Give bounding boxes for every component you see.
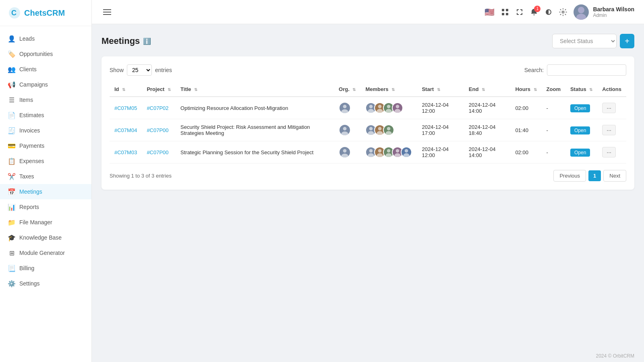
sidebar-item-payments[interactable]: 💳 Payments <box>0 138 91 153</box>
sidebar-item-settings[interactable]: ⚙️ Settings <box>0 276 91 291</box>
sidebar-item-label: Clients <box>19 66 37 72</box>
col-status[interactable]: Status ⇅ <box>565 82 597 97</box>
svg-point-9 <box>343 105 347 108</box>
status-select[interactable]: Select Status Open Closed Pending <box>552 34 617 48</box>
svg-point-36 <box>395 153 401 158</box>
actions-button[interactable]: ··· <box>602 147 616 157</box>
svg-point-27 <box>343 149 347 153</box>
cell-hours: 02:00 <box>510 97 541 119</box>
info-icon[interactable]: ℹ️ <box>143 37 151 45</box>
table-card: Show 10 25 50 100 entries Search: <box>101 56 634 190</box>
col-members[interactable]: Members ⇅ <box>360 82 417 97</box>
meeting-id-link[interactable]: #C07M03 <box>114 149 137 155</box>
svg-point-13 <box>378 105 382 108</box>
notifications-icon[interactable]: 1 <box>530 8 538 16</box>
org-avatar <box>339 102 351 114</box>
fullscreen-icon[interactable] <box>516 8 524 16</box>
reports-icon: 📊 <box>8 203 15 211</box>
project-link[interactable]: #C07P02 <box>147 105 168 111</box>
cell-actions: ··· <box>597 97 626 119</box>
svg-point-19 <box>343 127 347 130</box>
user-section[interactable]: Barbara Wilson Admin <box>574 4 634 20</box>
col-start[interactable]: Start ⇅ <box>417 82 464 97</box>
sidebar-item-reports[interactable]: 📊 Reports <box>0 199 91 215</box>
member-avatar <box>401 147 412 158</box>
sidebar-item-billing[interactable]: 📃 Billing <box>0 261 91 276</box>
sidebar-item-file-manager[interactable]: 📁 File Manager <box>0 215 91 230</box>
cell-org <box>334 97 360 119</box>
logo-icon: C <box>8 6 21 19</box>
entries-per-page-select[interactable]: 10 25 50 100 <box>127 64 152 76</box>
actions-button[interactable]: ··· <box>602 125 616 135</box>
cell-end: 2024-12-04 14:00 <box>464 141 511 163</box>
cell-hours: 01:40 <box>510 119 541 141</box>
sidebar-item-taxes[interactable]: ✂️ Taxes <box>0 169 91 184</box>
sidebar-item-expenses[interactable]: 📋 Expenses <box>0 153 91 169</box>
sidebar-item-module-generator[interactable]: ⊞ Module Generator <box>0 245 91 261</box>
show-label: Show <box>110 67 124 73</box>
cell-title: Optimizing Resource Allocation Post-Migr… <box>176 97 334 119</box>
meeting-id-link[interactable]: #C07M05 <box>114 105 137 111</box>
col-id[interactable]: Id ⇅ <box>110 82 142 97</box>
cell-status: Open <box>565 97 597 119</box>
svg-point-31 <box>378 149 382 153</box>
project-link[interactable]: #C07P00 <box>147 127 168 133</box>
status-badge: Open <box>570 149 590 157</box>
meeting-id-link[interactable]: #C07M04 <box>114 127 137 133</box>
sidebar-item-meetings[interactable]: 📅 Meetings <box>0 184 91 199</box>
sidebar-item-label: Settings <box>19 280 40 287</box>
sidebar-item-clients[interactable]: 👥 Clients <box>0 62 91 77</box>
cell-start: 2024-12-04 12:00 <box>417 97 464 119</box>
header-left <box>101 8 113 17</box>
col-org[interactable]: Org. ⇅ <box>334 82 360 97</box>
sidebar-item-items[interactable]: ☰ Items <box>0 92 91 108</box>
sidebar-item-knowledge-base[interactable]: 🎓 Knowledge Base <box>0 230 91 245</box>
showing-text: Showing 1 to 3 of 3 entries <box>110 173 172 179</box>
members-avatars <box>365 102 412 114</box>
meetings-table: Id ⇅ Project ⇅ Title ⇅ Org. ⇅ Members ⇅ … <box>110 82 626 163</box>
search-input[interactable] <box>547 64 626 76</box>
darkmode-icon[interactable] <box>545 8 553 16</box>
col-project[interactable]: Project ⇅ <box>142 82 176 97</box>
status-badge: Open <box>570 104 590 112</box>
search-label: Search: <box>524 67 544 73</box>
sidebar-item-estimates[interactable]: 📄 Estimates <box>0 108 91 123</box>
sidebar-item-label: Expenses <box>19 158 44 164</box>
col-hours[interactable]: Hours ⇅ <box>510 82 541 97</box>
sidebar-item-label: Items <box>19 97 33 103</box>
cell-org <box>334 141 360 163</box>
taxes-icon: ✂️ <box>8 173 15 180</box>
sidebar-item-campaigns[interactable]: 📢 Campaigns <box>0 77 91 92</box>
avatar <box>574 4 589 20</box>
col-end[interactable]: End ⇅ <box>464 82 511 97</box>
language-flag[interactable]: 🇺🇸 <box>485 7 495 17</box>
gear-icon[interactable] <box>559 8 567 16</box>
col-zoom: Zoom <box>542 82 565 97</box>
footer-text: 2024 © OrbitCRM <box>596 353 634 359</box>
cell-project: #C07P00 <box>142 141 176 163</box>
actions-button[interactable]: ··· <box>602 103 616 113</box>
previous-button[interactable]: Previous <box>553 170 586 182</box>
sidebar-item-invoices[interactable]: 🧾 Invoices <box>0 123 91 138</box>
apps-grid-icon[interactable] <box>501 8 509 16</box>
project-link[interactable]: #C07P00 <box>147 149 168 155</box>
settings-icon: ⚙️ <box>8 280 15 287</box>
items-icon: ☰ <box>8 96 15 103</box>
hamburger-menu[interactable] <box>101 8 113 17</box>
current-page[interactable]: 1 <box>588 170 601 181</box>
col-title[interactable]: Title ⇅ <box>176 82 334 97</box>
sidebar-item-leads[interactable]: 👤 Leads <box>0 31 91 46</box>
cell-members <box>360 141 417 163</box>
svg-point-20 <box>341 131 348 136</box>
pagination: Previous 1 Next <box>553 170 626 182</box>
cell-hours: 02:00 <box>510 141 541 163</box>
table-controls: Show 10 25 50 100 entries Search: <box>110 64 626 76</box>
file-manager-icon: 📁 <box>8 219 15 226</box>
next-button[interactable]: Next <box>603 170 626 182</box>
cell-title: Strategic Planning Session for the Secur… <box>176 141 334 163</box>
svg-point-28 <box>341 153 348 158</box>
cell-start: 2024-12-04 17:00 <box>417 119 464 141</box>
sidebar-item-opportunities[interactable]: 🏷️ Opportunities <box>0 46 91 62</box>
cell-id: #C07M04 <box>110 119 142 141</box>
add-meeting-button[interactable]: + <box>620 34 634 48</box>
